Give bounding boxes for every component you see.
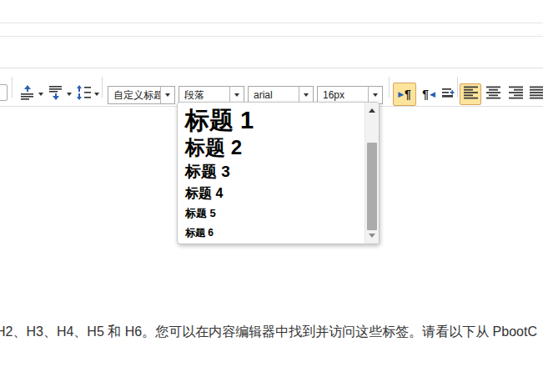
- heading-option-h1[interactable]: 标题 1: [185, 107, 365, 134]
- toolbar-separator: [389, 77, 390, 98]
- combo-arrow-button[interactable]: [299, 87, 313, 103]
- toolbar-separator: [12, 77, 13, 98]
- horizontal-divider-top: [0, 23, 543, 23]
- chevron-down-icon[interactable]: [67, 93, 72, 96]
- font-family-combo-label: arial: [249, 87, 299, 103]
- editor-screen: 自定义标题 段落 arial 16px ▶¶ ¶◀: [0, 0, 543, 392]
- paragraph-spacing-below-button[interactable]: [48, 84, 72, 104]
- heading-option-h6[interactable]: 标题 6: [185, 224, 365, 243]
- toolbar-separator: [457, 77, 458, 98]
- heading-dropdown-list: 标题 1 标题 2 标题 3 标题 4 标题 5 标题 6: [178, 103, 365, 244]
- combo-arrow-button[interactable]: [368, 87, 382, 103]
- spacing-below-icon: [48, 84, 64, 104]
- chevron-down-icon: [165, 93, 170, 97]
- scrollbar-up-arrow-icon[interactable]: [369, 108, 375, 113]
- line-spacing-icon: [75, 84, 92, 104]
- chevron-down-icon: [304, 93, 309, 97]
- spacing-above-icon: [19, 84, 36, 104]
- combo-arrow-button[interactable]: [229, 87, 244, 103]
- align-justify-button[interactable]: [525, 83, 543, 105]
- align-left-button[interactable]: [460, 83, 481, 105]
- align-justify-icon: [530, 86, 543, 103]
- align-center-icon: [486, 86, 500, 103]
- chevron-down-icon: [234, 93, 239, 97]
- align-right-icon: [509, 86, 523, 103]
- heading-dropdown: 标题 1 标题 2 标题 3 标题 4 标题 5 标题 6: [177, 102, 380, 244]
- clipped-toolbar-icon[interactable]: [0, 84, 8, 101]
- first-line-indent-button[interactable]: [437, 83, 459, 105]
- ltr-paragraph-icon: ▶¶: [398, 88, 411, 100]
- chevron-down-icon[interactable]: [94, 93, 99, 96]
- custom-title-combo[interactable]: 自定义标题: [108, 86, 175, 104]
- horizontal-divider-second: [0, 36, 543, 37]
- heading-option-h3[interactable]: 标题 3: [185, 160, 365, 183]
- custom-title-combo-label: 自定义标题: [108, 87, 160, 103]
- chevron-down-icon: [373, 93, 378, 97]
- heading-option-h2[interactable]: 标题 2: [185, 134, 365, 160]
- font-size-combo-label: 16px: [318, 87, 368, 103]
- chevron-down-icon[interactable]: [38, 93, 43, 96]
- align-center-button[interactable]: [482, 83, 504, 105]
- line-spacing-button[interactable]: [75, 84, 99, 104]
- heading-option-h5[interactable]: 标题 5: [185, 204, 365, 224]
- indent-icon: [440, 85, 455, 103]
- align-left-icon: [464, 86, 478, 103]
- heading-option-h4[interactable]: 标题 4: [185, 183, 365, 204]
- paragraph-spacing-above-button[interactable]: [19, 84, 43, 104]
- paragraph-format-combo-label: 段落: [179, 87, 229, 103]
- rtl-paragraph-icon: ¶◀: [422, 88, 435, 100]
- toolbar-separator: [102, 77, 103, 98]
- scrollbar-thumb[interactable]: [367, 143, 377, 230]
- scrollbar-down-arrow-icon[interactable]: [369, 234, 375, 238]
- dropdown-scrollbar[interactable]: [365, 103, 379, 244]
- editor-toolbar: 自定义标题 段落 arial 16px ▶¶ ¶◀: [0, 68, 543, 107]
- editor-content-paragraph[interactable]: H2、H3、H4、H5 和 H6。您可以在内容编辑器中找到并访问这些标签。请看以…: [0, 324, 537, 341]
- text-direction-ltr-button[interactable]: ▶¶: [393, 83, 416, 106]
- align-right-button[interactable]: [505, 83, 526, 105]
- combo-arrow-button[interactable]: [160, 87, 174, 103]
